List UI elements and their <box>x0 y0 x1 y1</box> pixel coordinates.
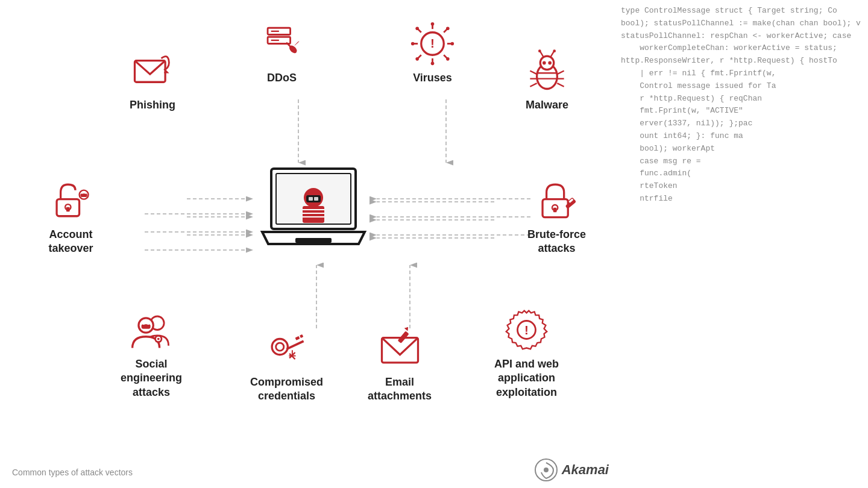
akamai-logo: Akamai <box>534 458 609 482</box>
svg-point-41 <box>431 62 435 66</box>
svg-point-47 <box>415 27 419 30</box>
threat-viruses: ! Viruses <box>410 21 455 85</box>
svg-rect-73 <box>66 207 70 212</box>
viruses-label: Viruses <box>413 71 452 85</box>
threat-phishing: Phishing <box>130 48 175 112</box>
code-line-8: r *http.Request) { reqChan <box>621 93 862 105</box>
svg-line-61 <box>550 52 554 57</box>
svg-rect-85 <box>141 324 150 329</box>
svg-point-90 <box>157 338 159 340</box>
svg-rect-80 <box>553 208 557 213</box>
code-line-13: case msg re = <box>621 155 862 168</box>
malware-label: Malware <box>526 98 568 112</box>
center-laptop <box>259 163 368 259</box>
svg-line-67 <box>530 83 536 87</box>
ddos-label: DDoS <box>267 71 297 85</box>
svg-line-93 <box>287 341 304 349</box>
svg-point-87 <box>147 322 149 325</box>
brute-force-label: Brute-forceattacks <box>527 228 586 256</box>
svg-text:!: ! <box>430 36 435 50</box>
code-line-12: bool); workerApt <box>621 143 862 155</box>
svg-point-106 <box>544 468 549 472</box>
code-line-16: ntrfile <box>621 193 862 205</box>
svg-point-58 <box>540 56 554 70</box>
email-attachments-label: Emailattachments <box>368 375 432 404</box>
code-line-10: erver(1337, nil)); };pac <box>621 117 862 130</box>
code-line-7: Control message issued for Ta <box>621 80 862 93</box>
svg-line-65 <box>530 71 536 75</box>
svg-text:!: ! <box>524 323 529 337</box>
akamai-brand-name: Akamai <box>562 462 609 478</box>
code-line-4: workerCompleteChan: workerActive = statu… <box>621 42 862 55</box>
phishing-label: Phishing <box>130 98 175 112</box>
compromised-credentials-label: Compromisedcredentials <box>250 375 323 404</box>
svg-line-59 <box>540 52 544 57</box>
svg-point-45 <box>451 42 454 46</box>
threat-account-takeover: Accounttakeover <box>48 178 93 256</box>
code-line-11: ount int64; }: func ma <box>621 130 862 143</box>
svg-point-53 <box>446 57 450 61</box>
svg-line-70 <box>557 83 564 87</box>
social-engineering-label: Socialengineeringattacks <box>121 357 182 399</box>
threat-social-engineering: Socialengineeringattacks <box>121 307 182 399</box>
code-line-5: http.ResponseWriter, r *http.Request) { … <box>621 55 862 67</box>
code-line-1: type ControlMessage struct { Target stri… <box>621 5 862 17</box>
account-takeover-label: Accounttakeover <box>48 228 93 256</box>
svg-point-77 <box>84 192 86 194</box>
svg-point-63 <box>542 61 546 65</box>
svg-point-43 <box>411 42 415 46</box>
svg-marker-102 <box>404 325 409 331</box>
svg-rect-28 <box>306 195 321 202</box>
threat-email-attachments: Emailattachments <box>368 325 432 404</box>
svg-rect-22 <box>295 238 332 243</box>
code-background: type ControlMessage struct { Target stri… <box>615 0 868 488</box>
code-line-3: statusPollChannel: respChan <- workerAct… <box>621 30 862 43</box>
akamai-logo-icon <box>534 458 558 482</box>
threat-compromised-credentials: Compromisedcredentials <box>250 325 323 404</box>
svg-rect-94 <box>295 336 300 340</box>
code-line-14: func.admin( <box>621 167 862 180</box>
threat-malware: Malware <box>524 48 570 112</box>
code-line-9: fmt.Fprint(w, "ACTIVE" <box>621 105 862 117</box>
svg-point-76 <box>81 192 83 194</box>
code-line-15: rteToken <box>621 180 862 193</box>
svg-rect-29 <box>309 197 313 201</box>
threat-api-exploitation: ! API and webapplicationexploitation <box>494 307 559 399</box>
svg-line-68 <box>557 71 564 75</box>
svg-rect-75 <box>80 193 87 197</box>
caption: Common types of attack vectors <box>12 468 133 477</box>
diagram-container: Phishing DDoS <box>0 0 591 488</box>
svg-point-64 <box>548 61 552 65</box>
threat-brute-force: Brute-forceattacks <box>527 178 586 256</box>
api-exploitation-label: API and webapplicationexploitation <box>494 357 559 399</box>
caption-text: Common types of attack vectors <box>12 468 133 477</box>
svg-point-60 <box>538 49 541 52</box>
svg-rect-95 <box>300 334 303 338</box>
svg-point-51 <box>415 57 419 61</box>
svg-point-49 <box>446 27 450 30</box>
svg-rect-30 <box>314 197 318 201</box>
threat-ddos: DDoS <box>259 21 304 85</box>
svg-rect-23 <box>303 206 324 223</box>
svg-point-92 <box>276 343 284 351</box>
svg-point-39 <box>431 22 435 26</box>
svg-point-62 <box>553 49 556 52</box>
svg-point-86 <box>142 322 145 325</box>
code-line-2: bool); statusPollChannel := make(chan ch… <box>621 17 862 30</box>
code-line-6: | err != nil { fmt.Fprintf(w, <box>621 67 862 80</box>
